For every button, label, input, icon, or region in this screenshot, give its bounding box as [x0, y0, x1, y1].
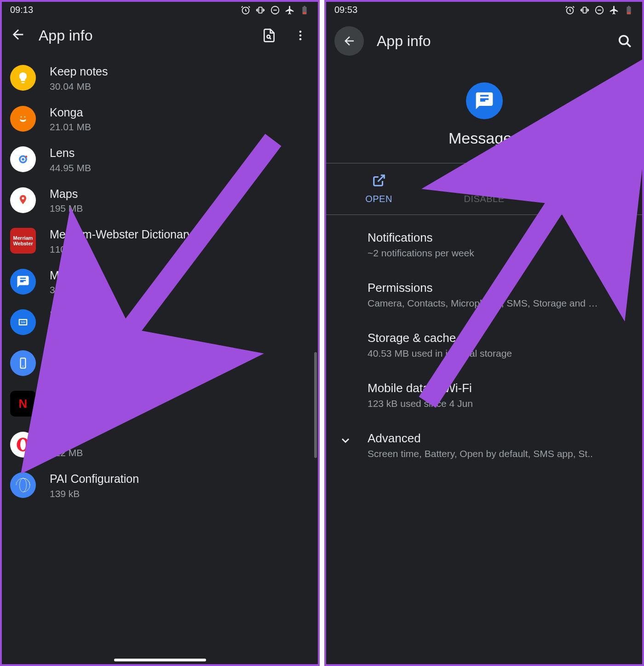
chevron-down-icon [339, 434, 352, 449]
settings-list: Notifications ~2 notifications per week … [326, 215, 642, 475]
svg-point-5 [299, 31, 302, 33]
back-button[interactable] [10, 27, 26, 44]
opera-icon [10, 432, 36, 458]
svg-rect-1 [259, 7, 262, 13]
alarm-icon [241, 5, 251, 15]
pai-icon [10, 472, 36, 498]
search-in-list-icon[interactable] [260, 26, 278, 45]
merriam-webster-icon: MerriamWebster [10, 228, 36, 254]
search-icon[interactable] [615, 32, 634, 50]
vibrate-icon [255, 5, 265, 15]
force-stop-label: FORCE STOP [537, 194, 642, 204]
konga-icon [10, 106, 36, 132]
app-name: Lens [50, 145, 91, 161]
svg-point-4 [267, 35, 270, 38]
app-size: 30.04 MB [50, 81, 108, 92]
svg-point-14 [22, 197, 24, 199]
dnd-icon [594, 5, 604, 15]
svg-rect-3 [303, 12, 306, 14]
svg-text:SIM: SIM [21, 321, 26, 324]
dnd-icon [270, 5, 280, 15]
status-time: 09:53 [334, 5, 357, 15]
svg-point-7 [299, 38, 302, 41]
app-size: 110 MB [50, 244, 193, 255]
svg-point-22 [20, 439, 26, 450]
setting-mobile-data[interactable]: Mobile data & Wi-Fi 123 kB used since 4 … [326, 370, 642, 420]
app-name: Messages [326, 129, 642, 147]
svg-point-23 [16, 478, 31, 493]
app-name: Konga [50, 105, 91, 120]
app-list[interactable]: Keep notes 30.04 MB Konga 21.01 MB Lens … [2, 58, 318, 651]
app-size: 21.01 MB [50, 122, 91, 133]
svg-point-6 [299, 35, 302, 37]
app-row-netflix[interactable]: N Netflix 57.60 MB [2, 383, 318, 424]
svg-point-8 [17, 112, 29, 125]
force-stop-button[interactable]: FORCE STOP [537, 163, 642, 214]
messages-app-icon [466, 82, 503, 119]
maps-icon [10, 187, 36, 213]
more-menu-icon[interactable] [291, 26, 310, 45]
app-name: PAI Configuration [50, 471, 139, 486]
svg-point-12 [25, 156, 27, 157]
page-title: App info [377, 33, 603, 50]
app-row-maps[interactable]: Maps 195 MB [2, 180, 318, 221]
app-hero: Messages [326, 69, 642, 163]
app-name: Merriam-Webster Dictionary [50, 227, 193, 242]
airplane-icon [285, 5, 295, 15]
app-size: 36.86 kB [50, 325, 122, 336]
status-time: 09:13 [10, 5, 33, 15]
setting-permissions[interactable]: Permissions Camera, Contacts, Microphone… [326, 270, 642, 320]
screenshot-app-detail: 09:53 App info Messages OPEN DISAB [324, 0, 644, 666]
status-bar: 09:53 [326, 2, 642, 17]
netflix-icon: N [10, 391, 36, 417]
app-row-my-phone[interactable]: My phone 34.60 MB [2, 343, 318, 384]
svg-rect-29 [627, 12, 630, 14]
app-row-opera[interactable]: Opera 612 MB [2, 424, 318, 465]
app-size: 57.60 MB [50, 407, 91, 418]
app-row-lens[interactable]: Lens 44.95 MB [2, 139, 318, 180]
status-icons [565, 5, 634, 15]
nav-handle[interactable] [114, 659, 206, 661]
app-row-merriam-webster[interactable]: MerriamWebster Merriam-Webster Dictionar… [2, 220, 318, 261]
svg-point-11 [22, 158, 24, 161]
messages-icon [10, 269, 36, 295]
scrollbar[interactable] [314, 352, 317, 458]
app-row-messages[interactable]: Messages 35.92 MB [2, 261, 318, 302]
battery-icon [299, 5, 310, 15]
app-name: Maps [50, 186, 83, 202]
app-row-konga[interactable]: Konga 21.01 MB [2, 98, 318, 139]
svg-rect-27 [583, 7, 586, 13]
app-row-mtn-services[interactable]: SIM MTN Services 36.86 kB [2, 302, 318, 343]
setting-notifications[interactable]: Notifications ~2 notifications per week [326, 220, 642, 270]
mtn-icon: SIM [10, 309, 36, 335]
my-phone-icon [10, 350, 36, 376]
setting-storage[interactable]: Storage & cache 40.53 MB used in interna… [326, 320, 642, 370]
app-size: 139 kB [50, 488, 139, 499]
alarm-icon [565, 5, 575, 15]
app-size: 195 MB [50, 203, 83, 214]
back-button[interactable] [334, 26, 364, 56]
app-size: 612 MB [50, 447, 83, 458]
action-row: OPEN DISABLE FORCE STOP [326, 163, 642, 215]
app-size: 34.60 MB [50, 366, 100, 377]
battery-icon [624, 5, 634, 15]
setting-advanced[interactable]: Advanced Screen time, Battery, Open by d… [326, 420, 642, 470]
app-size: 44.95 MB [50, 162, 91, 174]
app-name: Messages [50, 268, 102, 283]
status-icons [241, 5, 310, 15]
svg-point-19 [23, 365, 23, 366]
disable-button: DISABLE [431, 163, 537, 214]
keep-notes-icon [10, 65, 36, 91]
lens-icon [10, 146, 36, 172]
status-bar: 09:13 [2, 2, 318, 17]
app-size: 35.92 MB [50, 284, 102, 295]
header: App info [2, 17, 318, 58]
app-row-pai-config[interactable]: PAI Configuration 139 kB [2, 465, 318, 506]
open-button[interactable]: OPEN [326, 163, 431, 214]
open-label: OPEN [326, 194, 431, 204]
screenshot-app-list: 09:13 App info Keep notes 30.04 MB [0, 0, 320, 666]
disable-label: DISABLE [431, 194, 537, 204]
svg-point-30 [620, 36, 628, 44]
header: App info [326, 17, 642, 69]
app-row-keep-notes[interactable]: Keep notes 30.04 MB [2, 58, 318, 98]
